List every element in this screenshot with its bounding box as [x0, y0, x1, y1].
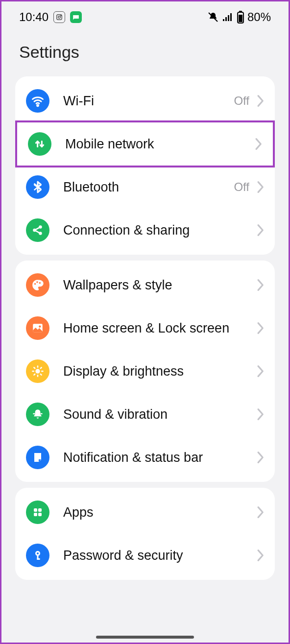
row-label: Mobile network — [65, 137, 254, 152]
battery-icon — [237, 11, 244, 24]
svg-point-18 — [39, 326, 41, 328]
settings-group: Wi-FiOffMobile networkBluetoothOffConnec… — [15, 76, 275, 255]
svg-point-14 — [34, 283, 36, 285]
home-indicator[interactable] — [96, 636, 194, 639]
row-label: Connection & sharing — [63, 223, 256, 238]
chevron-right-icon — [256, 408, 264, 421]
svg-rect-21 — [38, 508, 42, 512]
svg-rect-4 — [225, 17, 227, 21]
chevron-right-icon — [256, 506, 264, 519]
bluetooth-icon — [26, 175, 49, 199]
chevron-right-icon — [256, 365, 264, 378]
chevron-right-icon — [256, 322, 264, 334]
palette-icon — [26, 273, 49, 297]
row-status: Off — [234, 180, 249, 194]
svg-rect-23 — [38, 513, 42, 516]
chevron-right-icon — [256, 549, 264, 562]
chevron-right-icon — [256, 451, 264, 464]
wifi-icon — [26, 89, 49, 113]
settings-row-bluetooth[interactable]: BluetoothOff — [15, 166, 275, 209]
svg-rect-9 — [239, 11, 242, 12]
svg-point-2 — [61, 15, 61, 16]
chevron-right-icon — [256, 181, 264, 193]
settings-row-apps[interactable]: Apps — [15, 491, 275, 534]
svg-point-19 — [35, 369, 40, 373]
settings-row-connection-sharing[interactable]: Connection & sharing — [15, 209, 275, 252]
row-label: Sound & vibration — [63, 407, 256, 422]
row-label: Notification & status bar — [63, 450, 256, 465]
settings-row-wallpapers[interactable]: Wallpapers & style — [15, 263, 275, 307]
row-label: Home screen & Lock screen — [63, 321, 256, 336]
settings-row-notification[interactable]: Notification & status bar — [15, 436, 275, 479]
svg-rect-3 — [223, 19, 224, 21]
settings-row-mobile-network[interactable]: Mobile network — [15, 120, 275, 167]
row-label: Password & security — [63, 548, 256, 563]
key-icon — [26, 544, 49, 567]
svg-rect-20 — [34, 508, 37, 512]
chevron-right-icon — [256, 95, 264, 107]
share-icon — [26, 218, 49, 242]
page-title: Settings — [1, 29, 289, 73]
bell-icon — [26, 403, 49, 426]
settings-row-wifi[interactable]: Wi-FiOff — [15, 79, 275, 122]
settings-row-home-lock[interactable]: Home screen & Lock screen — [15, 307, 275, 350]
svg-point-16 — [39, 282, 41, 284]
svg-rect-5 — [228, 15, 229, 21]
svg-rect-27 — [37, 558, 40, 560]
settings-group: Wallpapers & styleHome screen & Lock scr… — [15, 261, 275, 482]
svg-rect-6 — [230, 13, 232, 21]
status-time: 10:40 — [19, 10, 48, 24]
svg-point-25 — [37, 552, 39, 554]
instagram-icon — [53, 11, 65, 23]
mobile-data-icon — [28, 132, 51, 156]
battery-percent: 80% — [247, 10, 271, 24]
settings-row-sound[interactable]: Sound & vibration — [15, 393, 275, 436]
row-label: Display & brightness — [63, 364, 256, 379]
settings-group: AppsPassword & security — [15, 488, 275, 580]
svg-point-10 — [37, 105, 39, 106]
row-label: Bluetooth — [63, 180, 234, 195]
apps-icon — [26, 501, 49, 524]
chevron-right-icon — [256, 224, 264, 237]
settings-row-display[interactable]: Display & brightness — [15, 350, 275, 393]
svg-point-1 — [58, 16, 61, 19]
row-label: Wallpapers & style — [63, 278, 256, 293]
messages-icon — [70, 11, 82, 23]
signal-icon — [222, 11, 234, 23]
mute-icon — [207, 11, 219, 23]
note-icon — [26, 446, 49, 469]
row-status: Off — [234, 94, 249, 108]
row-label: Apps — [63, 505, 256, 520]
svg-point-15 — [36, 281, 38, 283]
settings-row-password-security[interactable]: Password & security — [15, 534, 275, 577]
row-label: Wi-Fi — [63, 94, 234, 109]
svg-rect-22 — [34, 513, 37, 516]
brightness-icon — [26, 359, 49, 383]
chevron-right-icon — [254, 138, 262, 150]
chevron-right-icon — [256, 279, 264, 291]
status-bar: 10:40 80% — [1, 1, 289, 29]
svg-rect-8 — [239, 15, 242, 22]
picture-icon — [26, 316, 49, 340]
